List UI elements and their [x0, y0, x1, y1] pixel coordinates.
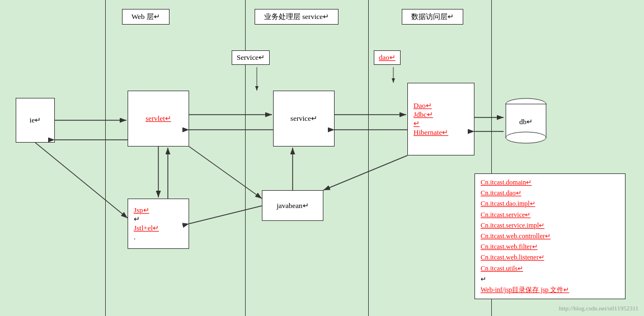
- ie-box: ie↵: [16, 98, 55, 143]
- service-interface-label: Service↵: [232, 50, 270, 65]
- jsp-box: Jsp↵ ↵ Jstl+el↵ .: [128, 199, 189, 249]
- svg-line-19: [35, 143, 128, 218]
- svg-point-2: [506, 132, 546, 143]
- dao-interface-label: dao↵: [374, 50, 401, 65]
- dao-impl-box: Dao↵ Jdbc↵ ↵ Hibernate↵: [407, 83, 474, 155]
- svg-text:db↵: db↵: [519, 117, 533, 126]
- service-box: service↵: [273, 91, 335, 147]
- info-box: Cn.itcast.domain↵ Cn.itcast.dao↵ Cn.itca…: [474, 173, 626, 299]
- vline-3: [368, 0, 369, 316]
- vline-1: [105, 0, 106, 316]
- svg-line-20: [323, 155, 407, 190]
- svg-line-16: [189, 147, 262, 199]
- svg-line-18: [189, 206, 262, 224]
- servlet-box: servlet↵: [128, 91, 189, 147]
- javabean-box: javabean↵: [262, 190, 323, 221]
- vline-2: [245, 0, 246, 316]
- db-cylinder: db↵: [504, 96, 548, 152]
- diagram: Web 层↵ 业务处理层 service↵ 数据访问层↵ Service↵ da…: [0, 0, 644, 316]
- watermark: http://blog.csdn.net/u011952311: [559, 305, 638, 312]
- section-web: Web 层↵: [122, 9, 170, 25]
- section-service: 业务处理层 service↵: [255, 9, 339, 25]
- section-dao: 数据访问层↵: [402, 9, 463, 25]
